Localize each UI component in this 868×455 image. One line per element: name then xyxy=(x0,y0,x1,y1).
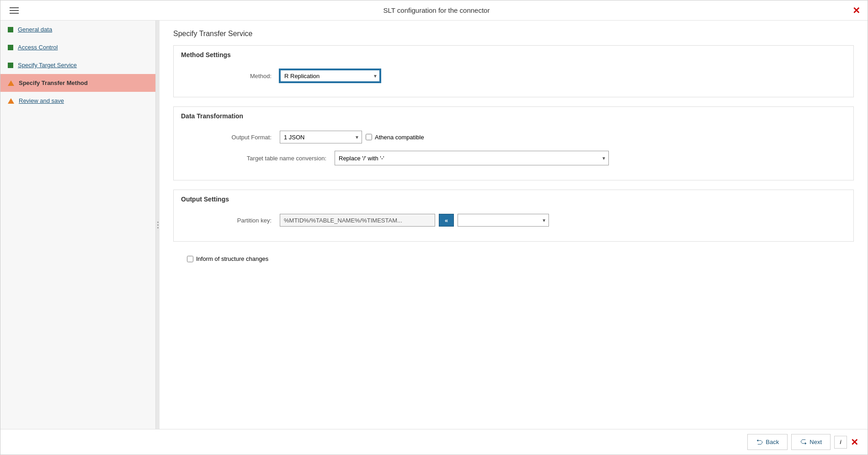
modal-container: SLT configuration for the connector ✕ Ge… xyxy=(0,0,868,455)
sidebar-item-specify-transfer-method[interactable]: Specify Transfer Method xyxy=(0,74,155,92)
method-form-row: Method: R Replication L Replication S Re… xyxy=(185,69,842,82)
section-title: Specify Transfer Service xyxy=(173,30,854,38)
info-button[interactable]: i xyxy=(834,436,847,449)
method-select[interactable]: R Replication L Replication S Replicatio… xyxy=(280,69,380,82)
bullet-icon-green-2 xyxy=(8,45,13,50)
output-format-select-wrapper: 1 JSON 2 CSV 3 Parquet ▼ xyxy=(280,131,362,143)
partition-dropdown-wrapper: Option1 Option2 ▼ xyxy=(458,214,549,227)
athena-label: Athena compatible xyxy=(375,134,424,141)
method-select-wrapper: R Replication L Replication S Replicatio… xyxy=(280,69,380,82)
data-transformation-body: Output Format: 1 JSON 2 CSV 3 Parquet ▼ xyxy=(174,123,853,180)
output-settings-card: Output Settings Partition key: « Option1… xyxy=(173,190,854,242)
method-settings-header: Method Settings xyxy=(174,46,853,62)
next-button[interactable]: ⮎ Next xyxy=(791,434,831,450)
partition-key-label: Partition key: xyxy=(185,217,276,224)
back-button[interactable]: ⮌ Back xyxy=(747,434,788,450)
partition-key-row: Partition key: « Option1 Option2 ▼ xyxy=(185,214,842,227)
sidebar-item-review-and-save[interactable]: Review and save xyxy=(0,92,155,110)
inform-structure-row: Inform of structure changes xyxy=(173,251,854,267)
sidebar-item-access-control[interactable]: Access Control xyxy=(0,38,155,56)
close-icon[interactable]: ✕ xyxy=(852,6,860,15)
modal-footer: ⮌ Back ⮎ Next i ✕ xyxy=(0,429,868,455)
info-icon: i xyxy=(840,439,841,445)
modal-title: SLT configuration for the connector xyxy=(21,6,852,14)
bullet-icon-green-1 xyxy=(8,27,13,32)
bullet-icon-orange-1 xyxy=(8,80,14,86)
bullet-icon-green-3 xyxy=(8,63,13,68)
partition-dropdown[interactable]: Option1 Option2 xyxy=(458,214,549,227)
output-format-label: Output Format: xyxy=(185,134,276,141)
footer-close-icon[interactable]: ✕ xyxy=(851,438,858,447)
data-transformation-card: Data Transformation Output Format: 1 JSO… xyxy=(173,106,854,180)
partition-key-input[interactable] xyxy=(280,214,435,227)
output-settings-body: Partition key: « Option1 Option2 ▼ xyxy=(174,206,853,241)
sidebar-item-general-data[interactable]: General data xyxy=(0,21,155,38)
table-name-row: Target table name conversion: Replace '/… xyxy=(185,151,842,165)
resize-handle[interactable] xyxy=(156,21,160,429)
bullet-icon-orange-2 xyxy=(8,98,14,104)
method-settings-card: Method Settings Method: R Replication L … xyxy=(173,45,854,97)
main-content: Specify Transfer Service Method Settings… xyxy=(160,21,868,429)
table-name-label: Target table name conversion: xyxy=(185,155,331,162)
sidebar-item-specify-target-service[interactable]: Specify Target Service xyxy=(0,56,155,74)
output-settings-header: Output Settings xyxy=(174,190,853,206)
table-name-select-wrapper: Replace '/' with '-' No conversion Repla… xyxy=(335,151,609,165)
next-icon: ⮎ xyxy=(800,438,807,446)
inform-label: Inform of structure changes xyxy=(196,255,268,262)
modal-body: General data Access Control Specify Targ… xyxy=(0,21,868,429)
method-settings-body: Method: R Replication L Replication S Re… xyxy=(174,62,853,97)
back-icon: ⮌ xyxy=(756,438,763,446)
table-name-select[interactable]: Replace '/' with '-' No conversion Repla… xyxy=(335,151,609,165)
sidebar: General data Access Control Specify Targ… xyxy=(0,21,156,429)
output-format-select[interactable]: 1 JSON 2 CSV 3 Parquet xyxy=(280,131,362,143)
data-transformation-header: Data Transformation xyxy=(174,107,853,123)
modal-header: SLT configuration for the connector ✕ xyxy=(0,0,868,21)
athena-checkbox-label[interactable]: Athena compatible xyxy=(366,134,424,141)
hamburger-icon[interactable] xyxy=(8,5,21,16)
inform-checkbox-label[interactable]: Inform of structure changes xyxy=(187,255,268,262)
output-format-row: Output Format: 1 JSON 2 CSV 3 Parquet ▼ xyxy=(185,131,842,143)
inform-checkbox[interactable] xyxy=(187,256,193,262)
athena-checkbox[interactable] xyxy=(366,134,372,140)
method-label: Method: xyxy=(185,73,276,79)
insert-button[interactable]: « xyxy=(439,214,454,227)
